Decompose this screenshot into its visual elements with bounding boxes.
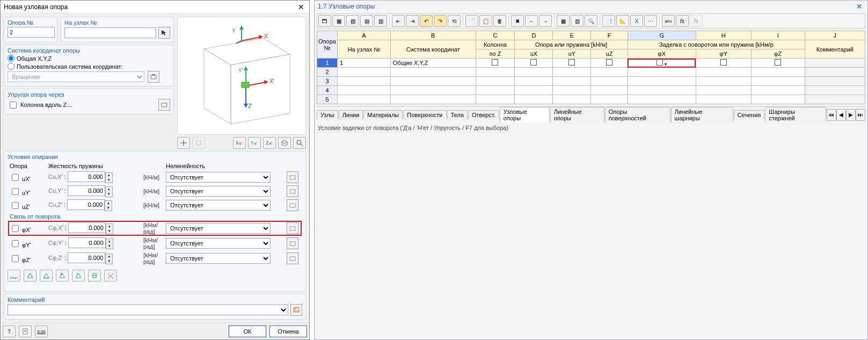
empty-cell[interactable]	[805, 86, 865, 95]
col-H[interactable]: H	[696, 31, 751, 40]
tab-поверхности[interactable]: Поверхности	[403, 110, 446, 119]
trans-nl-1[interactable]: Отсутствует	[166, 186, 271, 197]
tb-fx2[interactable]: fx	[690, 15, 703, 27]
spin-up-icon[interactable]: ▲	[106, 224, 113, 229]
col-D[interactable]: D	[515, 31, 553, 40]
empty-cell[interactable]	[476, 95, 515, 104]
tb-2[interactable]: ▦	[332, 15, 345, 27]
tb-6[interactable]: ⇤	[392, 15, 405, 27]
preset-7-button[interactable]	[104, 270, 117, 281]
empty-cell[interactable]	[751, 68, 805, 77]
units-button[interactable]: 0.00	[35, 325, 48, 337]
cell-uy[interactable]	[553, 59, 591, 68]
view-zoom-button[interactable]	[192, 137, 205, 149]
empty-cell[interactable]	[751, 95, 805, 104]
tb-8[interactable]: ↶	[420, 15, 433, 27]
spin-down-icon[interactable]: ▼	[106, 178, 112, 183]
spin-down-icon[interactable]: ▼	[106, 259, 112, 264]
elastic-edit-button[interactable]	[158, 99, 170, 111]
tab-материалы[interactable]: Материалы	[363, 110, 403, 119]
tb-4[interactable]: ▤	[360, 15, 373, 27]
empty-cell[interactable]	[390, 86, 476, 95]
empty-cell[interactable]	[628, 86, 696, 95]
row-hdr[interactable]: 1	[317, 59, 338, 68]
table-close-icon[interactable]: ✕	[855, 2, 864, 11]
tab-scroll-next[interactable]: ▶	[846, 109, 856, 121]
trans-chk-1[interactable]	[12, 188, 19, 195]
preset-1-button[interactable]	[8, 270, 20, 281]
row-hdr[interactable]: 5	[317, 95, 338, 104]
on-nodes-input[interactable]	[64, 27, 156, 38]
col-F[interactable]: F	[591, 31, 628, 40]
cell-nodes[interactable]: 1	[337, 59, 390, 68]
rot-nl-1[interactable]: Отсутствует	[166, 238, 271, 249]
col-G[interactable]: G	[628, 31, 696, 40]
cell-phz[interactable]	[751, 59, 805, 68]
empty-cell[interactable]	[476, 68, 515, 77]
tb-23[interactable]: abч	[662, 15, 675, 27]
view-move-button[interactable]	[177, 137, 190, 149]
spin-up-icon[interactable]: ▲	[105, 201, 112, 206]
preset-5-button[interactable]: Y	[72, 270, 85, 281]
tb-16[interactable]: →	[539, 15, 552, 27]
empty-cell[interactable]	[591, 86, 628, 95]
rot-nlbtn-0[interactable]	[287, 222, 298, 234]
preset-3-button[interactable]	[40, 270, 53, 281]
tab-шарниры-стержней[interactable]: Шарниры стержней	[765, 107, 826, 122]
comment-input[interactable]	[8, 305, 288, 315]
tb-7[interactable]: ⇥	[406, 15, 419, 27]
tb-22[interactable]: ⋯	[644, 15, 657, 27]
empty-cell[interactable]	[591, 77, 628, 86]
empty-cell[interactable]	[696, 68, 751, 77]
view-x-button[interactable]: X↙	[233, 137, 246, 149]
col-C[interactable]: C	[476, 31, 515, 40]
tb-20[interactable]: 📑	[602, 15, 615, 27]
spin-up-icon[interactable]: ▲	[106, 254, 112, 259]
csys-global-radio[interactable]	[8, 55, 14, 62]
spin-up-icon[interactable]: ▲	[106, 187, 112, 192]
cell-z[interactable]	[476, 59, 515, 68]
tb-5[interactable]: ▥	[374, 15, 387, 27]
trans-nl-0[interactable]: Отсутствует	[166, 172, 271, 183]
view-iso-button[interactable]	[278, 137, 291, 149]
trans-chk-0[interactable]	[12, 174, 19, 181]
empty-cell[interactable]	[390, 95, 476, 104]
tb-9[interactable]: ↷	[434, 15, 447, 27]
rot-val-2[interactable]	[68, 252, 105, 263]
tb-18[interactable]: ▥	[571, 15, 583, 27]
tab-линии[interactable]: Линии	[339, 110, 363, 119]
empty-cell[interactable]	[553, 86, 591, 95]
cell-phx[interactable]	[628, 59, 696, 68]
row-hdr[interactable]: 3	[317, 77, 338, 86]
spin-down-icon[interactable]: ▼	[106, 229, 113, 234]
tab-линейные-опоры[interactable]: Линейные опоры	[550, 107, 604, 122]
spin-down-icon[interactable]: ▼	[106, 244, 113, 249]
tb-12[interactable]: 📋	[479, 15, 492, 27]
empty-cell[interactable]	[696, 95, 751, 104]
empty-cell[interactable]	[591, 95, 628, 104]
empty-cell[interactable]	[628, 68, 696, 77]
ok-button[interactable]: ОК	[229, 325, 266, 337]
trans-nlbtn-1[interactable]	[287, 185, 298, 197]
rot-chk-2[interactable]	[12, 255, 19, 262]
empty-cell[interactable]	[515, 86, 553, 95]
preset-6-button[interactable]	[88, 270, 101, 281]
support-no-input[interactable]	[8, 27, 55, 38]
tb-13[interactable]: 🗑	[493, 15, 506, 27]
empty-cell[interactable]	[628, 95, 696, 104]
tb-10[interactable]: ⟲	[448, 15, 461, 27]
empty-cell[interactable]	[805, 95, 865, 104]
tab-узлы[interactable]: Узлы	[317, 110, 338, 119]
empty-cell[interactable]	[696, 86, 751, 95]
empty-cell[interactable]	[515, 95, 553, 104]
empty-cell[interactable]	[591, 68, 628, 77]
tb-fx[interactable]: fx	[676, 15, 689, 27]
tab-отверст-[interactable]: Отверст.	[468, 110, 499, 119]
trans-val-0[interactable]	[68, 171, 105, 182]
col-I[interactable]: I	[751, 31, 805, 40]
empty-cell[interactable]	[696, 77, 751, 86]
col-J[interactable]: J	[805, 31, 865, 40]
row-hdr[interactable]: 4	[317, 86, 338, 95]
rot-chk-0[interactable]	[12, 225, 19, 232]
tb-3[interactable]: ▧	[346, 15, 359, 27]
